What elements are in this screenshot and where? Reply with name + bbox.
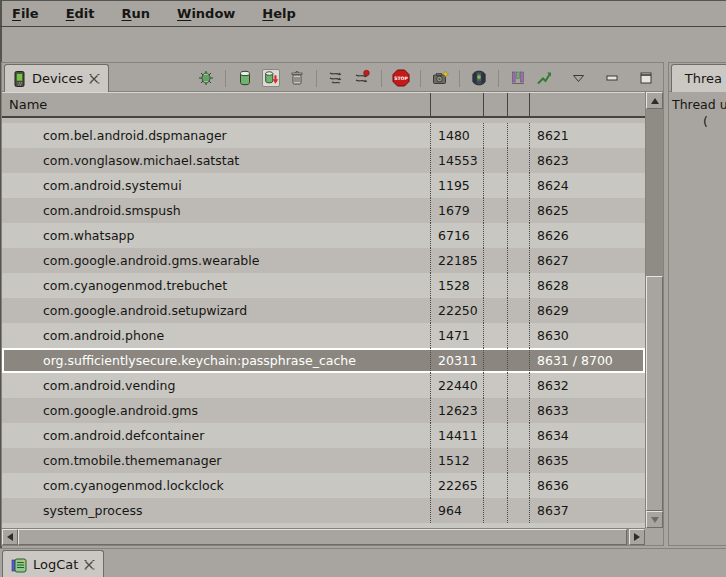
table-row[interactable]: com.tmobile.thememanager 1512 8635: [2, 448, 645, 473]
process-name-cell: com.android.smspush: [2, 198, 431, 223]
scroll-right-button[interactable]: [629, 529, 645, 545]
vertical-scrollbar[interactable]: [645, 92, 663, 528]
port-cell: 8632: [530, 373, 645, 398]
table-row[interactable]: com.bel.android.dspmanager 1480 8621: [2, 123, 645, 148]
scroll-left-button[interactable]: [2, 529, 18, 545]
process-name-cell: com.android.systemui: [2, 173, 431, 198]
scrollbar-track[interactable]: [646, 109, 663, 276]
device-phone-icon: [13, 71, 26, 87]
column-header-port[interactable]: [530, 93, 645, 116]
column-header-a[interactable]: [484, 93, 508, 116]
pid-cell: 1528: [431, 273, 484, 298]
column-header-b[interactable]: [508, 93, 530, 116]
scrollbar-thumb[interactable]: [18, 529, 627, 545]
screen-capture-icon[interactable]: [431, 69, 449, 87]
table-row[interactable]: com.google.android.setupwizard 22250 862…: [2, 298, 645, 323]
maximize-icon[interactable]: [637, 69, 655, 87]
tab-threads[interactable]: Threa: [671, 64, 726, 92]
port-cell: 8629: [530, 298, 645, 323]
threads-message: Thread up (: [669, 92, 726, 130]
table-row[interactable]: com.cyanogenmod.trebuchet 1528 8628: [2, 273, 645, 298]
minimize-icon[interactable]: [603, 69, 621, 87]
logcat-bar: LogCat: [0, 548, 726, 577]
port-cell: 8636: [530, 473, 645, 498]
left-arrow-icon: [7, 533, 13, 541]
process-name-cell: com.google.android.setupwizard: [2, 298, 431, 323]
toolbar-separator: [316, 70, 317, 87]
menu-run[interactable]: Run: [122, 6, 151, 21]
cause-gc-icon[interactable]: [288, 69, 306, 87]
port-cell: 8626: [530, 223, 645, 248]
port-cell: 8621: [530, 123, 645, 148]
column-header-pid[interactable]: [431, 93, 484, 116]
process-name-cell: com.google.android.gms.wearable: [2, 248, 431, 273]
pid-cell: 22265: [431, 473, 484, 498]
table-row[interactable]: com.cyanogenmod.lockclock 22265 8636: [2, 473, 645, 498]
toolbar-separator: [225, 70, 226, 87]
devices-view: Devices: [1, 62, 664, 546]
close-icon[interactable]: [89, 73, 100, 84]
port-cell: 8630: [530, 323, 645, 348]
stop-process-icon[interactable]: STOP: [392, 69, 410, 87]
debug-process-icon[interactable]: [197, 69, 215, 87]
port-cell: 8633: [530, 398, 645, 423]
start-tracing-icon[interactable]: [535, 69, 553, 87]
table-row[interactable]: com.android.smspush 1679 8625: [2, 198, 645, 223]
column-header-name[interactable]: Name: [2, 93, 431, 116]
update-threads-icon[interactable]: [327, 69, 345, 87]
process-name-cell: com.cyanogenmod.trebuchet: [2, 273, 431, 298]
table-row[interactable]: com.google.android.gms 12623 8633: [2, 398, 645, 423]
pid-cell: 14553: [431, 148, 484, 173]
port-cell: 8625: [530, 198, 645, 223]
pid-cell: 22185: [431, 248, 484, 273]
pid-cell: 1679: [431, 198, 484, 223]
scrollbar-thumb[interactable]: [646, 276, 663, 511]
process-name-cell: com.bel.android.dspmanager: [2, 123, 431, 148]
threads-view: Threa Thread up (: [668, 62, 726, 546]
menu-help[interactable]: Help: [262, 6, 295, 21]
table-row[interactable]: com.android.defcontainer 14411 8634: [2, 423, 645, 448]
scroll-down-button[interactable]: [646, 511, 663, 528]
table-row[interactable]: com.whatsapp 6716 8626: [2, 223, 645, 248]
scroll-up-button[interactable]: [646, 92, 663, 109]
table-row-selected[interactable]: org.sufficientlysecure.keychain:passphra…: [2, 348, 645, 373]
menu-file[interactable]: File: [12, 6, 39, 21]
ddms-window: { "menu": { "items": [ { "mnemonic": "F"…: [0, 0, 726, 577]
table-row[interactable]: system_process 964 8637: [2, 498, 645, 523]
process-name-cell: com.cyanogenmod.lockclock: [2, 473, 431, 498]
dump-hprof-icon[interactable]: [262, 69, 280, 87]
table-row[interactable]: com.android.phone 1471 8630: [2, 323, 645, 348]
table-row[interactable]: com.android.systemui 1195 8624: [2, 173, 645, 198]
toolbar-separator: [381, 70, 382, 87]
table-row[interactable]: com.android.vending 22440 8632: [2, 373, 645, 398]
reset-adb-icon[interactable]: [470, 69, 488, 87]
horizontal-scrollbar[interactable]: [2, 528, 645, 545]
threads-icon: [678, 72, 679, 86]
process-name-cell: com.google.android.gms: [2, 398, 431, 423]
svg-text:STOP: STOP: [394, 76, 408, 81]
process-name-cell: system_process: [2, 498, 431, 523]
menu-edit[interactable]: Edit: [66, 6, 95, 21]
method-profiling-icon[interactable]: [509, 69, 527, 87]
pid-cell: 22440: [431, 373, 484, 398]
dump-threads-icon[interactable]: [353, 69, 371, 87]
close-icon[interactable]: [84, 559, 95, 570]
tab-logcat[interactable]: LogCat: [2, 550, 104, 577]
menu-window[interactable]: Window: [177, 6, 235, 21]
toolbar-separator: [420, 70, 421, 87]
table-row[interactable]: com.vonglasow.michael.satstat 14553 8623: [2, 148, 645, 173]
toolbar-separator: [459, 70, 460, 87]
port-cell: 8634: [530, 423, 645, 448]
tab-devices[interactable]: Devices: [4, 64, 109, 92]
view-menu-icon[interactable]: [569, 69, 587, 87]
pid-cell: 1195: [431, 173, 484, 198]
process-name-cell: com.android.defcontainer: [2, 423, 431, 448]
table-row[interactable]: com.google.android.gms.wearable 22185 86…: [2, 248, 645, 273]
menu-bar: File Edit Run Window Help: [0, 0, 726, 27]
port-cell: 8627: [530, 248, 645, 273]
pid-cell: 6716: [431, 223, 484, 248]
update-heap-icon[interactable]: [236, 69, 254, 87]
right-arrow-icon: [634, 533, 640, 541]
table-header: Name: [2, 92, 645, 118]
process-name-cell: com.vonglasow.michael.satstat: [2, 148, 431, 173]
